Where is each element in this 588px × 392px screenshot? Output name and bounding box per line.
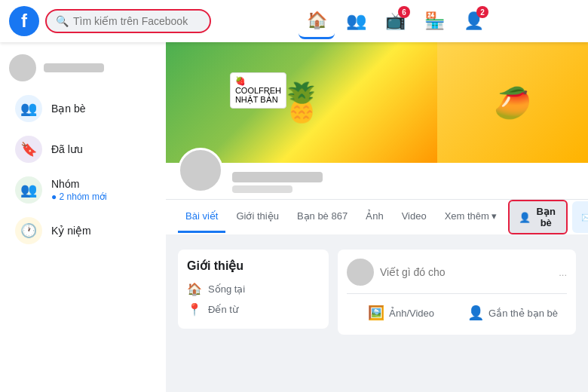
photo-icon: 🖼️ (368, 305, 384, 321)
top-nav: Facebookf 🔍 🏠 👥 📺 6 🏪 👤 2 (0, 0, 588, 42)
cover-photo: 🍍 🍓COOLFREHNHẬT BẢN 🥭 (166, 42, 588, 163)
post-actions-row: 🖼️ Ảnh/Video 👤 Gắn thẻ bạn bè (347, 300, 567, 326)
nav-friends-button[interactable]: 👥 (338, 3, 374, 39)
intro-item-from: 📍 Đến từ (187, 299, 320, 320)
post-input-row: ... (347, 259, 567, 294)
cover-area: 🍍 🍓COOLFREHNHẬT BẢN 🥭 (166, 42, 588, 234)
profile-sub-placeholder (232, 185, 292, 193)
profile-section (166, 148, 588, 199)
message-icon: ✉️ (581, 212, 588, 223)
profile-tabs: Bài viết Giới thiệu Bạn bè 867 Ảnh Video… (166, 199, 588, 234)
intro-item-lives: 🏠 Sống tại (187, 279, 320, 299)
profile-name-area (232, 172, 576, 193)
profile-badge: 2 (476, 6, 488, 18)
person-check-icon: 👤 (519, 212, 531, 223)
sidebar-item-memories[interactable]: 🕐 Kỷ niệm (6, 211, 160, 250)
sidebar-item-saved[interactable]: 🔖 Đã lưu (6, 130, 160, 169)
profile-name-placeholder (232, 172, 323, 182)
avatar (9, 54, 36, 81)
saved-icon: 🔖 (15, 136, 42, 163)
facebook-logo: Facebookf (9, 6, 39, 36)
sidebar-item-label: Nhóm (51, 178, 107, 190)
intro-title: Giới thiệu (187, 259, 320, 273)
sidebar-user[interactable] (0, 48, 166, 87)
user-name-placeholder (44, 63, 104, 72)
tag-icon: 👤 (467, 305, 484, 321)
search-box[interactable]: 🔍 (45, 9, 211, 33)
video-badge: 6 (398, 6, 410, 18)
intro-column: Giới thiệu 🏠 Sống tại 📍 Đến từ (178, 250, 329, 335)
groups-sub-badge: ● 2 nhóm mới (51, 191, 107, 202)
mango-section: 🥭 (437, 42, 588, 163)
tab-posts[interactable]: Bài viết (178, 201, 225, 233)
sidebar-item-label: Kỷ niệm (51, 225, 91, 237)
post-input[interactable] (380, 266, 553, 278)
strawberry-product: 🍓COOLFREHNHẬT BẢN (230, 72, 286, 109)
tab-videos[interactable]: Video (394, 201, 434, 233)
friends-icon: 👥 (15, 95, 42, 122)
photo-video-button[interactable]: 🖼️ Ảnh/Video (347, 300, 455, 326)
post-box: ... 🖼️ Ảnh/Video 👤 Gắn thẻ bạn bè (338, 250, 576, 335)
post-column: ... 🖼️ Ảnh/Video 👤 Gắn thẻ bạn bè (338, 250, 576, 335)
cover-pineapple: 🍍 🍓COOLFREHNHẬT BẢN (166, 42, 437, 163)
sidebar-item-label: Bạn bè (51, 103, 86, 115)
memories-icon: 🕐 (15, 217, 42, 244)
profile-avatar (178, 148, 223, 193)
nav-center: 🏠 👥 📺 6 🏪 👤 2 (211, 3, 579, 39)
nav-marketplace-button[interactable]: 🏪 (416, 3, 452, 39)
post-avatar (347, 259, 374, 286)
sidebar-item-label: Đã lưu (51, 143, 83, 155)
nav-video-button[interactable]: 📺 6 (377, 3, 413, 39)
location-icon: 📍 (187, 302, 202, 317)
nav-home-button[interactable]: 🏠 (299, 3, 335, 39)
message-button[interactable]: ✉️ Nhắn tin (572, 201, 588, 233)
mango-icon: 🥭 (494, 85, 531, 121)
main-layout: 👥 Bạn bè 🔖 Đã lưu 👥 Nhóm ● 2 nhóm mới 🕐 … (0, 42, 588, 392)
post-recipient-dots: ... (559, 267, 567, 278)
sidebar-item-groups[interactable]: 👥 Nhóm ● 2 nhóm mới (6, 170, 160, 210)
tab-about[interactable]: Giới thiệu (228, 201, 286, 233)
sidebar: 👥 Bạn bè 🔖 Đã lưu 👥 Nhóm ● 2 nhóm mới 🕐 … (0, 42, 166, 392)
tab-photos[interactable]: Ảnh (358, 201, 390, 233)
nav-profile-button[interactable]: 👤 2 (455, 3, 492, 39)
tag-friends-button[interactable]: 👤 Gắn thẻ bạn bè (458, 300, 567, 326)
tab-friends[interactable]: Bạn bè 867 (289, 201, 355, 233)
tab-actions: 👤 Bạn bè ✉️ Nhắn tin ··· (508, 200, 589, 234)
groups-icon: 👥 (15, 176, 42, 204)
tab-more[interactable]: Xem thêm ▾ (437, 201, 505, 233)
sidebar-item-friends[interactable]: 👥 Bạn bè (6, 89, 160, 128)
feed-area: Giới thiệu 🏠 Sống tại 📍 Đến từ (166, 240, 588, 344)
search-icon: 🔍 (56, 15, 69, 27)
intro-card: Giới thiệu 🏠 Sống tại 📍 Đến từ (178, 250, 329, 329)
home-icon: 🏠 (187, 282, 202, 296)
friend-button[interactable]: 👤 Bạn bè (508, 200, 568, 234)
content-area: 🍍 🍓COOLFREHNHẬT BẢN 🥭 (166, 42, 588, 392)
search-input[interactable] (73, 15, 201, 27)
